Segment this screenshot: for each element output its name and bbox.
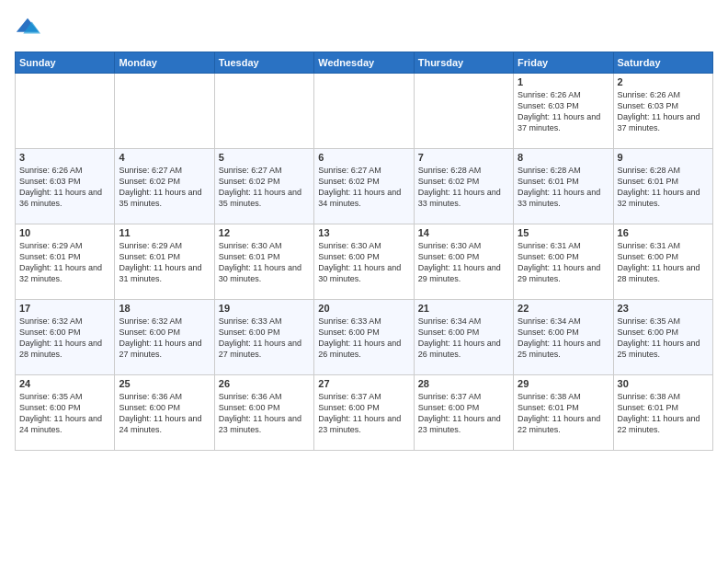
day-number: 27	[318, 378, 409, 389]
day-number: 17	[19, 303, 110, 314]
calendar-cell: 20Sunrise: 6:33 AM Sunset: 6:00 PM Dayli…	[314, 300, 414, 375]
calendar-week-3: 10Sunrise: 6:29 AM Sunset: 6:01 PM Dayli…	[16, 224, 713, 300]
calendar-cell: 11Sunrise: 6:29 AM Sunset: 6:01 PM Dayli…	[115, 224, 214, 300]
day-info: Sunrise: 6:34 AM Sunset: 6:00 PM Dayligh…	[518, 316, 609, 361]
day-info: Sunrise: 6:37 AM Sunset: 6:00 PM Dayligh…	[418, 391, 509, 436]
calendar-cell: 25Sunrise: 6:36 AM Sunset: 6:00 PM Dayli…	[115, 375, 214, 451]
calendar-week-5: 24Sunrise: 6:35 AM Sunset: 6:00 PM Dayli…	[16, 375, 713, 451]
day-info: Sunrise: 6:33 AM Sunset: 6:00 PM Dayligh…	[318, 316, 409, 361]
day-number: 7	[418, 152, 509, 163]
calendar-cell: 12Sunrise: 6:30 AM Sunset: 6:01 PM Dayli…	[214, 224, 313, 300]
calendar-cell: 18Sunrise: 6:32 AM Sunset: 6:00 PM Dayli…	[115, 300, 214, 375]
calendar-cell: 23Sunrise: 6:35 AM Sunset: 6:00 PM Dayli…	[613, 300, 712, 375]
day-info: Sunrise: 6:32 AM Sunset: 6:00 PM Dayligh…	[119, 316, 210, 361]
calendar-cell: 1Sunrise: 6:26 AM Sunset: 6:03 PM Daylig…	[514, 74, 613, 149]
calendar-cell: 15Sunrise: 6:31 AM Sunset: 6:00 PM Dayli…	[514, 224, 613, 300]
day-number: 14	[418, 227, 509, 238]
calendar-cell: 14Sunrise: 6:30 AM Sunset: 6:00 PM Dayli…	[414, 224, 513, 300]
day-info: Sunrise: 6:32 AM Sunset: 6:00 PM Dayligh…	[19, 316, 110, 361]
day-header-friday: Friday	[514, 52, 613, 74]
day-info: Sunrise: 6:38 AM Sunset: 6:01 PM Dayligh…	[618, 391, 709, 436]
day-number: 18	[119, 303, 210, 314]
day-header-monday: Monday	[115, 52, 214, 74]
calendar-cell	[16, 74, 115, 149]
day-number: 22	[518, 303, 609, 314]
day-number: 12	[219, 227, 310, 238]
calendar-cell: 17Sunrise: 6:32 AM Sunset: 6:00 PM Dayli…	[16, 300, 115, 375]
calendar-cell	[414, 74, 513, 149]
day-info: Sunrise: 6:30 AM Sunset: 6:01 PM Dayligh…	[219, 240, 310, 285]
calendar-cell: 4Sunrise: 6:27 AM Sunset: 6:02 PM Daylig…	[115, 149, 214, 224]
days-header-row: SundayMondayTuesdayWednesdayThursdayFrid…	[16, 52, 713, 74]
day-info: Sunrise: 6:31 AM Sunset: 6:00 PM Dayligh…	[518, 240, 609, 285]
page-header	[15, 15, 713, 40]
day-number: 20	[318, 303, 409, 314]
calendar-cell: 9Sunrise: 6:28 AM Sunset: 6:01 PM Daylig…	[613, 149, 712, 224]
calendar-cell	[115, 74, 214, 149]
day-number: 15	[518, 227, 609, 238]
day-number: 23	[618, 303, 709, 314]
calendar-cell: 10Sunrise: 6:29 AM Sunset: 6:01 PM Dayli…	[16, 224, 115, 300]
calendar-cell: 29Sunrise: 6:38 AM Sunset: 6:01 PM Dayli…	[514, 375, 613, 451]
logo-icon	[15, 15, 40, 40]
day-header-sunday: Sunday	[16, 52, 115, 74]
calendar-cell: 16Sunrise: 6:31 AM Sunset: 6:00 PM Dayli…	[613, 224, 712, 300]
day-number: 5	[219, 152, 310, 163]
day-number: 3	[19, 152, 110, 163]
day-info: Sunrise: 6:26 AM Sunset: 6:03 PM Dayligh…	[19, 165, 110, 210]
day-info: Sunrise: 6:30 AM Sunset: 6:00 PM Dayligh…	[418, 240, 509, 285]
calendar-cell: 3Sunrise: 6:26 AM Sunset: 6:03 PM Daylig…	[16, 149, 115, 224]
day-info: Sunrise: 6:36 AM Sunset: 6:00 PM Dayligh…	[219, 391, 310, 436]
day-info: Sunrise: 6:28 AM Sunset: 6:02 PM Dayligh…	[418, 165, 509, 210]
calendar-header: SundayMondayTuesdayWednesdayThursdayFrid…	[16, 52, 713, 74]
calendar-cell: 21Sunrise: 6:34 AM Sunset: 6:00 PM Dayli…	[414, 300, 513, 375]
day-header-wednesday: Wednesday	[314, 52, 414, 74]
day-number: 2	[618, 76, 709, 87]
calendar-cell: 2Sunrise: 6:26 AM Sunset: 6:03 PM Daylig…	[613, 74, 712, 149]
calendar-cell: 26Sunrise: 6:36 AM Sunset: 6:00 PM Dayli…	[214, 375, 313, 451]
day-header-tuesday: Tuesday	[214, 52, 313, 74]
calendar-cell	[314, 74, 414, 149]
day-number: 21	[418, 303, 509, 314]
calendar-cell: 22Sunrise: 6:34 AM Sunset: 6:00 PM Dayli…	[514, 300, 613, 375]
day-number: 6	[318, 152, 409, 163]
day-info: Sunrise: 6:33 AM Sunset: 6:00 PM Dayligh…	[219, 316, 310, 361]
day-header-saturday: Saturday	[613, 52, 712, 74]
day-number: 10	[19, 227, 110, 238]
calendar-cell: 24Sunrise: 6:35 AM Sunset: 6:00 PM Dayli…	[16, 375, 115, 451]
day-info: Sunrise: 6:29 AM Sunset: 6:01 PM Dayligh…	[119, 240, 210, 285]
day-number: 8	[518, 152, 609, 163]
day-info: Sunrise: 6:37 AM Sunset: 6:00 PM Dayligh…	[318, 391, 409, 436]
day-number: 24	[19, 378, 110, 389]
day-number: 9	[618, 152, 709, 163]
day-number: 1	[518, 76, 609, 87]
day-number: 19	[219, 303, 310, 314]
day-info: Sunrise: 6:36 AM Sunset: 6:00 PM Dayligh…	[119, 391, 210, 436]
day-info: Sunrise: 6:34 AM Sunset: 6:00 PM Dayligh…	[418, 316, 509, 361]
day-number: 30	[618, 378, 709, 389]
day-number: 13	[318, 227, 409, 238]
day-info: Sunrise: 6:27 AM Sunset: 6:02 PM Dayligh…	[219, 165, 310, 210]
day-number: 11	[119, 227, 210, 238]
calendar-table: SundayMondayTuesdayWednesdayThursdayFrid…	[15, 52, 713, 451]
calendar-week-1: 1Sunrise: 6:26 AM Sunset: 6:03 PM Daylig…	[16, 74, 713, 149]
logo	[15, 15, 44, 40]
calendar-cell: 6Sunrise: 6:27 AM Sunset: 6:02 PM Daylig…	[314, 149, 414, 224]
day-info: Sunrise: 6:29 AM Sunset: 6:01 PM Dayligh…	[19, 240, 110, 285]
day-number: 16	[618, 227, 709, 238]
day-info: Sunrise: 6:30 AM Sunset: 6:00 PM Dayligh…	[318, 240, 409, 285]
day-number: 29	[518, 378, 609, 389]
calendar-cell: 8Sunrise: 6:28 AM Sunset: 6:01 PM Daylig…	[514, 149, 613, 224]
day-info: Sunrise: 6:28 AM Sunset: 6:01 PM Dayligh…	[518, 165, 609, 210]
day-header-thursday: Thursday	[414, 52, 513, 74]
calendar-cell: 7Sunrise: 6:28 AM Sunset: 6:02 PM Daylig…	[414, 149, 513, 224]
day-info: Sunrise: 6:35 AM Sunset: 6:00 PM Dayligh…	[19, 391, 110, 436]
day-number: 4	[119, 152, 210, 163]
day-info: Sunrise: 6:27 AM Sunset: 6:02 PM Dayligh…	[318, 165, 409, 210]
calendar-week-4: 17Sunrise: 6:32 AM Sunset: 6:00 PM Dayli…	[16, 300, 713, 375]
day-number: 26	[219, 378, 310, 389]
calendar-week-2: 3Sunrise: 6:26 AM Sunset: 6:03 PM Daylig…	[16, 149, 713, 224]
day-number: 25	[119, 378, 210, 389]
calendar-cell	[214, 74, 313, 149]
day-info: Sunrise: 6:31 AM Sunset: 6:00 PM Dayligh…	[618, 240, 709, 285]
